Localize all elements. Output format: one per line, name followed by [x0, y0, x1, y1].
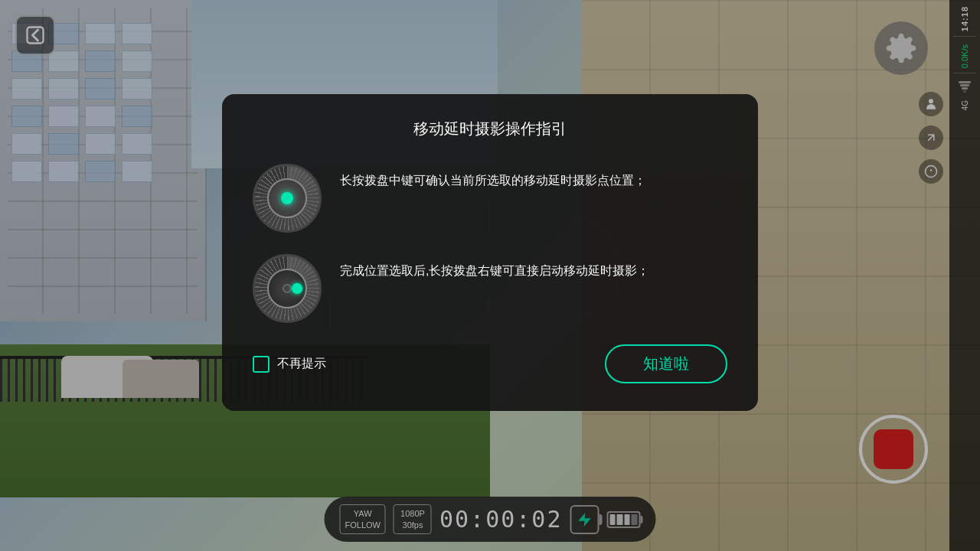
instruction-text-1: 长按拨盘中键可确认当前所选取的移动延时摄影点位置；	[340, 164, 646, 191]
dial-outer-1	[253, 164, 322, 233]
dial-2	[253, 254, 322, 323]
no-remind-container: 不再提示	[253, 356, 326, 373]
dialog-overlay: 移动延时摄影操作指引 长按拨盘中键可确认当前所选取的移动延时摄影点位置；	[0, 0, 980, 551]
instruction-text-2: 完成位置选取后,长按拨盘右键可直接启动移动延时摄影；	[340, 254, 649, 281]
dial-outer-2	[253, 254, 322, 323]
dialog-footer: 不再提示 知道啦	[253, 344, 727, 383]
dial-1	[253, 164, 322, 233]
no-remind-checkbox[interactable]	[253, 356, 270, 373]
dial-inner-2	[267, 269, 307, 308]
dial-inner-1	[267, 178, 307, 218]
dialog-row-2: 完成位置选取后,长按拨盘右键可直接启动移动延时摄影；	[253, 254, 727, 323]
confirm-button[interactable]: 知道啦	[605, 344, 727, 383]
dialog-title: 移动延时摄影操作指引	[253, 119, 727, 139]
dialog-row-1: 长按拨盘中键可确认当前所选取的移动延时摄影点位置；	[253, 164, 727, 233]
dial-dot-right	[292, 283, 302, 294]
dial-dot-center	[281, 192, 293, 204]
no-remind-label: 不再提示	[277, 356, 326, 372]
instruction-dialog: 移动延时摄影操作指引 长按拨盘中键可确认当前所选取的移动延时摄影点位置；	[222, 94, 758, 411]
